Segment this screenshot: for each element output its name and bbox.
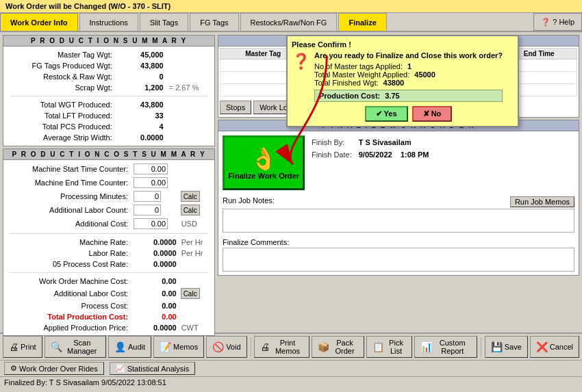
work-order-overrides-button[interactable]: ⚙ Work Order Over Rides [4, 362, 104, 375]
audit-icon: 👤 [114, 341, 126, 352]
ps-label-4: Total WGT Produced: [9, 100, 116, 109]
table-row: Machine Rate: 0.0000 Per Hr [8, 237, 210, 247]
table-row: Total LFT Produced: 33 [9, 111, 209, 120]
ps-label-7: Average Strip Width: [9, 133, 116, 142]
custom-report-icon: 📊 [420, 341, 432, 352]
confirm-field-2: Total Finished Wgt: 43800 [314, 79, 503, 87]
production-summary-table: Master Tag Wgt: 45,000 FG Tags Produced … [3, 47, 214, 146]
confirm-title: Please Confirm ! [292, 40, 514, 49]
memos-button[interactable]: 📝 Memos [153, 336, 204, 358]
table-row: Finish Date: 9/05/2022 1:08 PM [312, 149, 434, 160]
status-text: Finalized By: T S Sivasailam 9/05/2022 1… [4, 378, 166, 387]
table-row: Master Tag Wgt: 45,000 [9, 50, 209, 60]
ps-value-0: 45,000 [118, 50, 165, 60]
pack-order-icon: 📦 [318, 341, 329, 352]
memos-icon: 📝 [160, 341, 171, 352]
processing-minutes-input[interactable] [134, 191, 161, 202]
tab-workorder-info[interactable]: Work Order Info [0, 13, 78, 31]
statistical-analysis-button[interactable]: 📈 Statistical Analysis [110, 362, 195, 375]
cancel-icon: ❌ [536, 341, 548, 352]
hand-icon: 👌 [250, 146, 277, 172]
title-text: Work Order will be Changed (W/O - 370 - … [5, 2, 170, 10]
tab-fg-tags[interactable]: FG Tags [190, 13, 238, 31]
confirm-field-1: Total Master Weight Applied: 45000 [314, 70, 503, 79]
cost-summary-box: P R O D U C T I O N C O S T S U M M A R … [3, 148, 215, 336]
table-row [8, 231, 210, 236]
production-summary-box: P R O D U C T I O N S U M M A R Y Master… [3, 35, 215, 146]
finalize-workorder-button[interactable]: 👌 Finalize Work Order [223, 135, 305, 190]
calc-labor-button[interactable]: Calc [181, 205, 200, 215]
ps-label-0: Master Tag Wgt: [9, 50, 116, 60]
table-row: 05 Process Cost Rate: 0.0000 [8, 259, 210, 269]
machine-start-input[interactable] [134, 164, 168, 174]
table-row [9, 94, 209, 99]
additional-cost-input[interactable] [134, 218, 168, 229]
print-memos-icon: 🖨 [260, 341, 270, 352]
table-row: Processing Minutes: Calc [8, 190, 210, 202]
finalize-content: 👌 Finalize Work Order Finish By: T S Siv… [218, 131, 579, 194]
ps-value-5: 33 [118, 111, 165, 120]
cost-summary-table: Machine Start Time Counter: Machine End … [3, 160, 214, 335]
help-button[interactable]: ❓ ? Help [533, 13, 582, 31]
custom-report-button[interactable]: 📊 Custom Report [414, 336, 477, 358]
tab-finalize[interactable]: Finalize [338, 13, 386, 31]
confirm-question-icon: ❓ [292, 53, 310, 70]
run-job-memos-button[interactable]: Run Job Memos [510, 196, 574, 207]
ps-label-5: Total LFT Produced: [9, 111, 116, 120]
help-icon: ❓ [541, 18, 551, 27]
print-icon: 🖨 [9, 341, 18, 352]
ps-label-3: Scrap Wgt: [9, 83, 116, 92]
confirm-details: Are you ready to Finalize and Close this… [314, 51, 503, 122]
calc-labor-cost-button[interactable]: Calc [181, 288, 200, 299]
tab-instructions[interactable]: Instructions [79, 13, 138, 31]
calc-processing-button[interactable]: Calc [181, 191, 200, 202]
save-button[interactable]: 💾 Save [485, 336, 528, 358]
confirm-production: Production Cost: 3.75 [314, 90, 503, 102]
table-row: Total Production Cost: 0.00 [8, 312, 210, 322]
ps-value-3: 1,200 [118, 83, 165, 92]
left-panel: P R O D U C T I O N S U M M A R Y Master… [3, 35, 215, 330]
confirm-dialog: Please Confirm ! ❓ Are you ready to Fina… [286, 35, 519, 127]
stats-icon: 📈 [116, 364, 125, 373]
cost-summary-header: P R O D U C T I O N C O S T S U M M A R … [3, 149, 214, 160]
audit-button[interactable]: 👤 Audit [108, 336, 151, 358]
table-row: Scrap Wgt: 1,200 = 2.67 % [9, 83, 209, 92]
tab-restocks[interactable]: Restocks/Raw/Non FG [240, 13, 338, 31]
toolbar-separator [251, 337, 251, 356]
table-row: Restock & Raw Wgt: 0 [9, 72, 209, 81]
pack-order-button[interactable]: 📦 Pack Order [312, 336, 365, 358]
finalize-info-table: Finish By: T S Sivasailam Finish Date: 9… [310, 135, 435, 161]
right-panel: R U N J O B I N F O R M A T I O N Master… [218, 35, 579, 330]
cancel-button[interactable]: ❌ Cancel [530, 336, 579, 358]
finalize-comments-label: Finalize Comments: [223, 238, 289, 246]
finalize-comments-textarea[interactable] [223, 248, 574, 272]
void-icon: 🚫 [212, 341, 224, 352]
machine-end-input[interactable] [134, 177, 168, 188]
void-button[interactable]: 🚫 Void [206, 336, 246, 358]
title-bar: Work Order will be Changed (W/O - 370 - … [0, 0, 582, 13]
table-row: Total PCS Produced: 4 [9, 122, 209, 131]
tab-slit-tags[interactable]: Slit Tags [140, 13, 188, 31]
save-icon: 💾 [491, 341, 503, 352]
yes-button[interactable]: ✔ Yes [365, 106, 408, 122]
production-summary-header: P R O D U C T I O N S U M M A R Y [3, 36, 214, 47]
finalize-workorder-box: F I N A L I Z E W O R K O R D E R 👌 Fina… [218, 120, 579, 276]
pick-list-button[interactable]: 📋 Pick List [366, 336, 412, 358]
print-memos-button[interactable]: 🖨 Print Memos [254, 336, 309, 358]
ps-label-2: Restock & Raw Wgt: [9, 72, 116, 81]
scan-manager-button[interactable]: 🔍 Scan Manager [45, 336, 106, 358]
table-row: Machine End Time Counter: [8, 177, 210, 189]
table-row: FG Tags Produced Wgt: 43,800 [9, 61, 209, 70]
table-row: Additional Labor Count: Calc [8, 204, 210, 216]
confirm-question: Are you ready to Finalize and Close this… [314, 51, 503, 60]
print-button[interactable]: 🖨 Print [3, 336, 42, 358]
ps-extra-3: = 2.67 % [166, 83, 209, 92]
labor-count-input[interactable] [134, 205, 161, 215]
confirm-buttons: ✔ Yes ✘ No [314, 106, 503, 122]
run-job-notes-textarea[interactable] [223, 209, 574, 233]
scan-icon: 🔍 [51, 341, 62, 352]
no-button[interactable]: ✘ No [412, 106, 453, 122]
table-row [8, 270, 210, 275]
table-row: Process Cost: 0.00 [8, 301, 210, 311]
stops-button[interactable]: Stops [220, 101, 251, 114]
